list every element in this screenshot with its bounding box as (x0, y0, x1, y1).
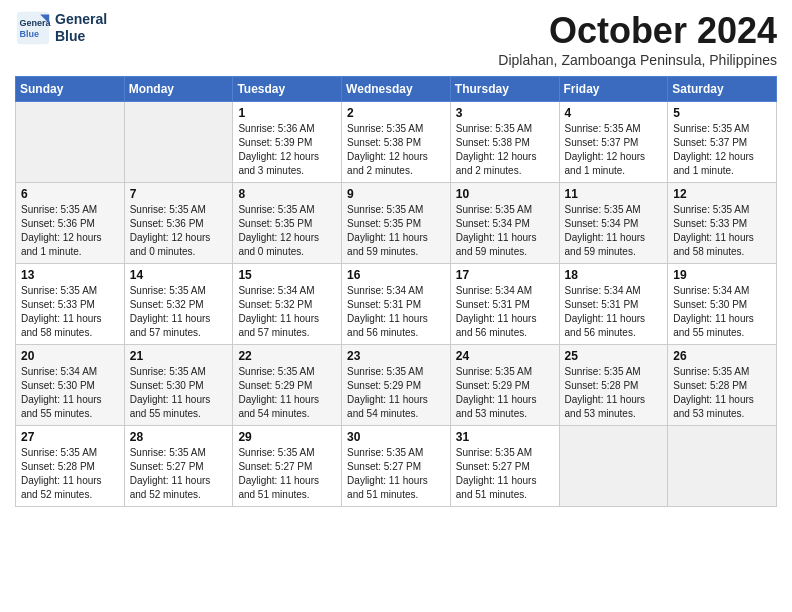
calendar-cell: 19Sunrise: 5:34 AMSunset: 5:30 PMDayligh… (668, 264, 777, 345)
weekday-header-row: SundayMondayTuesdayWednesdayThursdayFrid… (16, 77, 777, 102)
calendar-cell: 30Sunrise: 5:35 AMSunset: 5:27 PMDayligh… (342, 426, 451, 507)
day-info: Sunrise: 5:35 AMSunset: 5:27 PMDaylight:… (347, 446, 445, 502)
calendar-week-row: 20Sunrise: 5:34 AMSunset: 5:30 PMDayligh… (16, 345, 777, 426)
day-info: Sunrise: 5:35 AMSunset: 5:27 PMDaylight:… (238, 446, 336, 502)
weekday-header: Thursday (450, 77, 559, 102)
weekday-header: Monday (124, 77, 233, 102)
logo-text: General Blue (55, 11, 107, 45)
day-info: Sunrise: 5:35 AMSunset: 5:38 PMDaylight:… (456, 122, 554, 178)
day-number: 27 (21, 430, 119, 444)
day-number: 11 (565, 187, 663, 201)
calendar-cell: 24Sunrise: 5:35 AMSunset: 5:29 PMDayligh… (450, 345, 559, 426)
calendar-cell: 9Sunrise: 5:35 AMSunset: 5:35 PMDaylight… (342, 183, 451, 264)
day-number: 14 (130, 268, 228, 282)
day-number: 6 (21, 187, 119, 201)
day-info: Sunrise: 5:35 AMSunset: 5:34 PMDaylight:… (456, 203, 554, 259)
calendar-cell: 15Sunrise: 5:34 AMSunset: 5:32 PMDayligh… (233, 264, 342, 345)
day-info: Sunrise: 5:35 AMSunset: 5:29 PMDaylight:… (456, 365, 554, 421)
day-info: Sunrise: 5:35 AMSunset: 5:27 PMDaylight:… (130, 446, 228, 502)
day-number: 5 (673, 106, 771, 120)
calendar-cell: 26Sunrise: 5:35 AMSunset: 5:28 PMDayligh… (668, 345, 777, 426)
day-number: 16 (347, 268, 445, 282)
svg-text:Blue: Blue (20, 29, 40, 39)
day-number: 18 (565, 268, 663, 282)
day-number: 15 (238, 268, 336, 282)
day-number: 4 (565, 106, 663, 120)
day-info: Sunrise: 5:35 AMSunset: 5:29 PMDaylight:… (347, 365, 445, 421)
day-info: Sunrise: 5:35 AMSunset: 5:28 PMDaylight:… (21, 446, 119, 502)
location-subtitle: Diplahan, Zamboanga Peninsula, Philippin… (498, 52, 777, 68)
calendar-cell: 5Sunrise: 5:35 AMSunset: 5:37 PMDaylight… (668, 102, 777, 183)
day-info: Sunrise: 5:35 AMSunset: 5:33 PMDaylight:… (21, 284, 119, 340)
day-number: 8 (238, 187, 336, 201)
weekday-header: Sunday (16, 77, 125, 102)
day-number: 13 (21, 268, 119, 282)
calendar-table: SundayMondayTuesdayWednesdayThursdayFrid… (15, 76, 777, 507)
day-number: 9 (347, 187, 445, 201)
calendar-cell: 3Sunrise: 5:35 AMSunset: 5:38 PMDaylight… (450, 102, 559, 183)
day-info: Sunrise: 5:35 AMSunset: 5:30 PMDaylight:… (130, 365, 228, 421)
calendar-cell: 13Sunrise: 5:35 AMSunset: 5:33 PMDayligh… (16, 264, 125, 345)
calendar-week-row: 13Sunrise: 5:35 AMSunset: 5:33 PMDayligh… (16, 264, 777, 345)
day-info: Sunrise: 5:35 AMSunset: 5:37 PMDaylight:… (673, 122, 771, 178)
day-number: 30 (347, 430, 445, 444)
day-info: Sunrise: 5:35 AMSunset: 5:32 PMDaylight:… (130, 284, 228, 340)
calendar-cell: 12Sunrise: 5:35 AMSunset: 5:33 PMDayligh… (668, 183, 777, 264)
day-number: 22 (238, 349, 336, 363)
logo: General Blue General Blue (15, 10, 107, 46)
day-number: 12 (673, 187, 771, 201)
day-number: 2 (347, 106, 445, 120)
calendar-cell: 20Sunrise: 5:34 AMSunset: 5:30 PMDayligh… (16, 345, 125, 426)
day-number: 21 (130, 349, 228, 363)
calendar-cell: 18Sunrise: 5:34 AMSunset: 5:31 PMDayligh… (559, 264, 668, 345)
calendar-cell: 11Sunrise: 5:35 AMSunset: 5:34 PMDayligh… (559, 183, 668, 264)
calendar-cell: 2Sunrise: 5:35 AMSunset: 5:38 PMDaylight… (342, 102, 451, 183)
calendar-cell: 17Sunrise: 5:34 AMSunset: 5:31 PMDayligh… (450, 264, 559, 345)
day-info: Sunrise: 5:35 AMSunset: 5:27 PMDaylight:… (456, 446, 554, 502)
day-number: 7 (130, 187, 228, 201)
calendar-cell: 28Sunrise: 5:35 AMSunset: 5:27 PMDayligh… (124, 426, 233, 507)
day-info: Sunrise: 5:34 AMSunset: 5:31 PMDaylight:… (456, 284, 554, 340)
calendar-week-row: 6Sunrise: 5:35 AMSunset: 5:36 PMDaylight… (16, 183, 777, 264)
day-info: Sunrise: 5:34 AMSunset: 5:32 PMDaylight:… (238, 284, 336, 340)
calendar-cell: 8Sunrise: 5:35 AMSunset: 5:35 PMDaylight… (233, 183, 342, 264)
calendar-cell: 21Sunrise: 5:35 AMSunset: 5:30 PMDayligh… (124, 345, 233, 426)
day-info: Sunrise: 5:35 AMSunset: 5:29 PMDaylight:… (238, 365, 336, 421)
weekday-header: Wednesday (342, 77, 451, 102)
calendar-cell: 27Sunrise: 5:35 AMSunset: 5:28 PMDayligh… (16, 426, 125, 507)
day-number: 1 (238, 106, 336, 120)
day-number: 28 (130, 430, 228, 444)
day-info: Sunrise: 5:35 AMSunset: 5:36 PMDaylight:… (130, 203, 228, 259)
day-info: Sunrise: 5:35 AMSunset: 5:35 PMDaylight:… (238, 203, 336, 259)
day-info: Sunrise: 5:34 AMSunset: 5:31 PMDaylight:… (565, 284, 663, 340)
calendar-week-row: 27Sunrise: 5:35 AMSunset: 5:28 PMDayligh… (16, 426, 777, 507)
day-info: Sunrise: 5:35 AMSunset: 5:36 PMDaylight:… (21, 203, 119, 259)
day-number: 20 (21, 349, 119, 363)
weekday-header: Tuesday (233, 77, 342, 102)
day-info: Sunrise: 5:35 AMSunset: 5:37 PMDaylight:… (565, 122, 663, 178)
page-header: General Blue General Blue October 2024 D… (15, 10, 777, 68)
day-number: 19 (673, 268, 771, 282)
calendar-cell: 22Sunrise: 5:35 AMSunset: 5:29 PMDayligh… (233, 345, 342, 426)
day-info: Sunrise: 5:35 AMSunset: 5:28 PMDaylight:… (673, 365, 771, 421)
calendar-cell: 4Sunrise: 5:35 AMSunset: 5:37 PMDaylight… (559, 102, 668, 183)
day-number: 26 (673, 349, 771, 363)
calendar-cell (124, 102, 233, 183)
day-info: Sunrise: 5:34 AMSunset: 5:31 PMDaylight:… (347, 284, 445, 340)
day-number: 25 (565, 349, 663, 363)
weekday-header: Saturday (668, 77, 777, 102)
day-info: Sunrise: 5:34 AMSunset: 5:30 PMDaylight:… (673, 284, 771, 340)
day-number: 3 (456, 106, 554, 120)
day-number: 31 (456, 430, 554, 444)
day-info: Sunrise: 5:35 AMSunset: 5:34 PMDaylight:… (565, 203, 663, 259)
day-info: Sunrise: 5:36 AMSunset: 5:39 PMDaylight:… (238, 122, 336, 178)
calendar-cell: 29Sunrise: 5:35 AMSunset: 5:27 PMDayligh… (233, 426, 342, 507)
day-info: Sunrise: 5:35 AMSunset: 5:38 PMDaylight:… (347, 122, 445, 178)
title-block: October 2024 Diplahan, Zamboanga Peninsu… (498, 10, 777, 68)
month-title: October 2024 (498, 10, 777, 52)
day-info: Sunrise: 5:35 AMSunset: 5:35 PMDaylight:… (347, 203, 445, 259)
day-info: Sunrise: 5:34 AMSunset: 5:30 PMDaylight:… (21, 365, 119, 421)
calendar-cell: 10Sunrise: 5:35 AMSunset: 5:34 PMDayligh… (450, 183, 559, 264)
calendar-cell (668, 426, 777, 507)
day-number: 23 (347, 349, 445, 363)
